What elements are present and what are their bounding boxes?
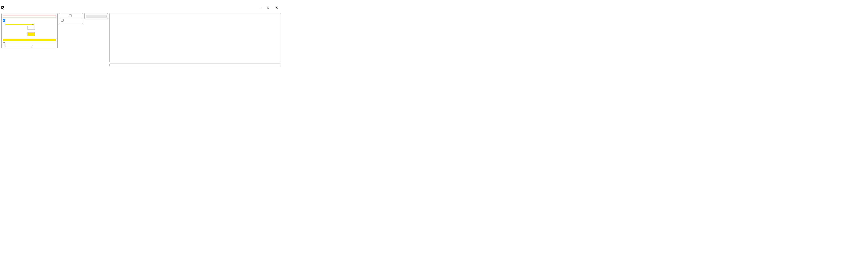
fitness-objective-input[interactable] bbox=[28, 26, 35, 30]
export-list-panel bbox=[84, 13, 108, 19]
maximize-button[interactable] bbox=[264, 5, 273, 10]
close-button[interactable] bbox=[273, 5, 281, 10]
svg-rect-2 bbox=[3, 8, 4, 9]
export-empty-bar bbox=[86, 15, 106, 18]
svg-rect-4 bbox=[268, 7, 269, 9]
app-logo-icon bbox=[1, 6, 4, 9]
pcp-list-panel bbox=[59, 13, 83, 24]
draw-pcp-button[interactable] bbox=[3, 16, 56, 18]
run-pcp-button[interactable] bbox=[3, 39, 56, 41]
pcp-list-item[interactable] bbox=[60, 18, 82, 23]
select-ranking-input[interactable] bbox=[28, 32, 35, 36]
analysis-method-select[interactable] bbox=[5, 24, 34, 25]
uml-checkbox[interactable] bbox=[3, 42, 5, 45]
control-panel bbox=[1, 13, 58, 48]
minimize-button[interactable] bbox=[256, 5, 264, 10]
pcp-item-checkbox[interactable] bbox=[61, 19, 64, 22]
page-heading bbox=[0, 0, 282, 4]
pcp-plot bbox=[111, 14, 280, 62]
pcp-settings-checkbox[interactable] bbox=[3, 19, 5, 22]
svg-rect-1 bbox=[2, 7, 3, 8]
pcp-header-checkbox[interactable] bbox=[69, 14, 72, 17]
app-header bbox=[0, 4, 282, 11]
uml-plot-panel bbox=[109, 63, 281, 66]
uml-algorithm-select[interactable] bbox=[5, 46, 32, 47]
pcp-plot-panel bbox=[109, 13, 281, 62]
